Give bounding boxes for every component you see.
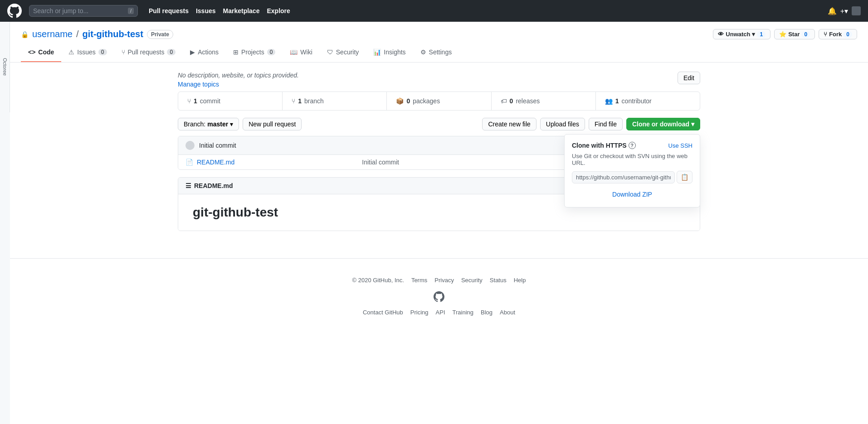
star-label: Star [788, 31, 800, 38]
footer-about[interactable]: About [500, 309, 515, 316]
clone-url-input[interactable] [572, 171, 675, 183]
tab-issues-label: Issues [77, 48, 95, 56]
unwatch-button[interactable]: 👁 Unwatch ▾ 1 [713, 29, 770, 39]
github-logo[interactable] [7, 4, 22, 18]
tab-insights-label: Insights [384, 48, 405, 56]
footer-help[interactable]: Help [514, 277, 526, 284]
fork-count: 0 [844, 31, 852, 38]
repo-separator: / [76, 29, 79, 39]
footer-bottom: Contact GitHub Pricing API Training Blog… [21, 309, 857, 316]
tab-security-label: Security [336, 48, 359, 56]
fork-icon: ⑂ [824, 31, 827, 38]
repo-owner[interactable]: username [32, 29, 73, 39]
nav-pull-requests[interactable]: Pull requests [149, 7, 189, 14]
clone-help-icon[interactable]: ? [629, 142, 636, 149]
lock-icon: 🔒 [21, 31, 29, 38]
footer-privacy[interactable]: Privacy [434, 277, 454, 284]
contributors-icon: 👥 [605, 97, 613, 105]
search-input[interactable] [33, 7, 125, 14]
use-ssh-link[interactable]: Use SSH [668, 142, 692, 149]
stats-bar: ⑂ 1 commit ⑂ 1 branch 📦 0 packages 🏷 0 [178, 92, 700, 111]
upload-files-button[interactable]: Upload files [540, 118, 585, 130]
clone-or-download-button[interactable]: Clone or download ▾ [626, 118, 700, 130]
content-area: No description, website, or topics provi… [167, 63, 711, 240]
packages-label: packages [413, 97, 440, 105]
clone-dropdown-header: Clone with HTTPS ? Use SSH [572, 142, 692, 149]
contributors-label: contributor [622, 97, 652, 105]
nav-explore[interactable]: Explore [267, 7, 290, 14]
footer-api[interactable]: API [436, 309, 445, 316]
branches-icon: ⑂ [292, 97, 295, 105]
download-zip-link[interactable]: Download ZIP [572, 189, 692, 200]
branch-name: master [207, 120, 228, 128]
sidebar[interactable]: Octoree [0, 22, 10, 112]
search-box[interactable]: / [29, 5, 138, 17]
sidebar-toggle[interactable]: Octoree [2, 58, 8, 76]
tab-issues[interactable]: ⚠ Issues 0 [61, 43, 114, 62]
page-layout: Octoree 🔒 username / git-github-test Pri… [0, 22, 868, 424]
find-file-button[interactable]: Find file [589, 118, 623, 130]
releases-icon: 🏷 [501, 97, 507, 105]
branches-value: 1 [298, 97, 302, 105]
tab-insights[interactable]: 📊 Insights [366, 43, 413, 62]
tab-projects[interactable]: ⊞ Projects 0 [226, 43, 283, 62]
file-actions-bar: Branch: master ▾ New pull request Create… [178, 118, 700, 130]
stat-contributors[interactable]: 👥 1 contributor [596, 92, 700, 110]
stat-branches[interactable]: ⑂ 1 branch [283, 92, 387, 110]
tab-pr-label: Pull requests [128, 48, 165, 56]
footer-blog[interactable]: Blog [481, 309, 493, 316]
commits-value: 1 [194, 97, 197, 105]
tab-wiki[interactable]: 📖 Wiki [283, 43, 319, 62]
footer-status[interactable]: Status [490, 277, 507, 284]
fork-button[interactable]: ⑂ Fork 0 [819, 29, 857, 39]
nav-issues[interactable]: Issues [196, 7, 216, 14]
create-new-file-button[interactable]: Create new file [482, 118, 536, 130]
tab-actions[interactable]: ▶ Actions [183, 43, 226, 62]
projects-count: 0 [267, 49, 276, 55]
repo-name[interactable]: git-github-test [83, 29, 143, 39]
repo-tabs: <> Code ⚠ Issues 0 ⑂ Pull requests 0 ▶ A… [21, 43, 857, 62]
user-avatar[interactable] [852, 6, 861, 15]
nav-marketplace[interactable]: Marketplace [223, 7, 260, 14]
footer: © 2020 GitHub, Inc. Terms Privacy Securi… [10, 258, 868, 327]
wiki-icon: 📖 [290, 48, 297, 56]
footer-terms[interactable]: Terms [411, 277, 427, 284]
repo-title-left: 🔒 username / git-github-test Private [21, 29, 173, 39]
dropdown-icon: ▾ [230, 120, 233, 128]
tab-settings[interactable]: ⚙ Settings [413, 43, 459, 62]
tab-security[interactable]: 🛡 Security [320, 43, 366, 62]
file-name-link[interactable]: README.md [197, 159, 362, 166]
clone-copy-button[interactable]: 📋 [677, 171, 692, 183]
issues-count: 0 [98, 49, 107, 55]
footer-contact-github[interactable]: Contact GitHub [363, 309, 403, 316]
settings-icon: ⚙ [420, 48, 426, 56]
repo-visibility-badge: Private [147, 30, 173, 39]
copy-icon: 📋 [681, 173, 688, 181]
top-nav-links: Pull requests Issues Marketplace Explore [149, 7, 290, 14]
add-icon[interactable]: +▾ [840, 7, 848, 15]
projects-icon: ⊞ [233, 48, 239, 56]
edit-button[interactable]: Edit [678, 72, 700, 84]
packages-value: 0 [406, 97, 410, 105]
stat-commits[interactable]: ⑂ 1 commit [178, 92, 283, 110]
tab-wiki-label: Wiki [300, 48, 312, 56]
tab-code[interactable]: <> Code [21, 43, 61, 62]
stat-releases[interactable]: 🏷 0 releases [492, 92, 596, 110]
footer-pricing[interactable]: Pricing [410, 309, 429, 316]
unwatch-count: 1 [757, 31, 766, 38]
contributors-value: 1 [615, 97, 619, 105]
new-pull-request-button[interactable]: New pull request [243, 118, 302, 130]
footer-training[interactable]: Training [453, 309, 473, 316]
releases-label: releases [516, 97, 540, 105]
notifications-icon[interactable]: 🔔 [828, 7, 837, 15]
manage-topics-link[interactable]: Manage topics [178, 81, 299, 88]
clone-dropdown-icon: ▾ [691, 120, 694, 128]
star-button[interactable]: ⭐ Star 0 [774, 29, 815, 39]
repo-actions: 👁 Unwatch ▾ 1 ⭐ Star 0 ⑂ Fork 0 [713, 29, 857, 39]
search-shortcut: / [128, 8, 134, 14]
tab-pull-requests[interactable]: ⑂ Pull requests 0 [114, 43, 183, 62]
footer-security[interactable]: Security [461, 277, 483, 284]
file-icon: 📄 [185, 159, 193, 166]
stat-packages[interactable]: 📦 0 packages [387, 92, 491, 110]
branch-selector[interactable]: Branch: master ▾ [178, 118, 239, 130]
